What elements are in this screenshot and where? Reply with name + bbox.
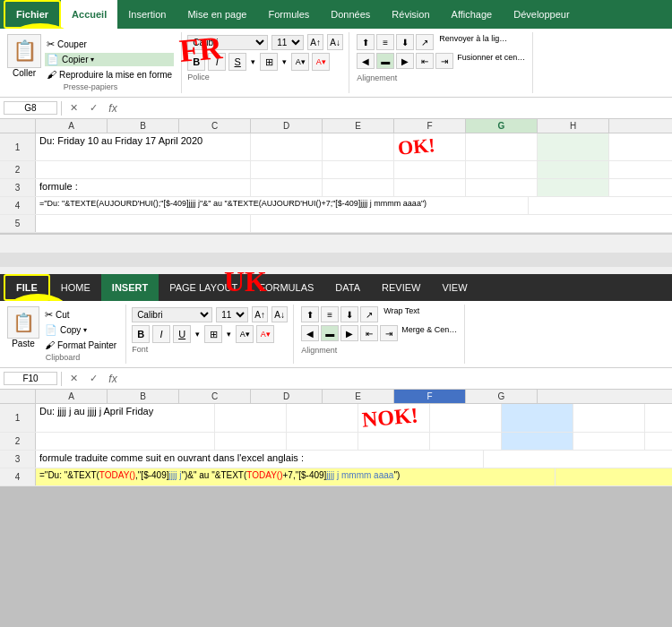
tab-home[interactable]: HOME — [50, 274, 101, 301]
col-d[interactable]: D — [251, 119, 323, 133]
font-size-select-en[interactable]: 11 — [216, 307, 248, 322]
cell-e1-en[interactable] — [430, 404, 502, 432]
tab-donnees[interactable]: Données — [320, 0, 381, 29]
paste-button[interactable]: 📋 Coller — [7, 34, 41, 78]
cell-a5[interactable] — [36, 215, 251, 232]
format-painter-btn-en[interactable]: 🖌 Format Painter — [43, 339, 118, 351]
align-left-en[interactable]: ◀ — [301, 325, 319, 341]
cell-a2-en[interactable] — [36, 433, 215, 450]
cell-reference-fr[interactable] — [4, 101, 57, 115]
indent-left-btn[interactable]: ⇤ — [416, 53, 434, 69]
col-b[interactable]: B — [108, 119, 179, 133]
align-bottom-btn[interactable]: ⬇ — [396, 34, 414, 50]
col-h[interactable]: H — [538, 119, 609, 133]
cell-c3[interactable] — [323, 179, 394, 196]
tab-revision[interactable]: Révision — [381, 0, 440, 29]
cell-b1-en[interactable] — [215, 404, 287, 432]
font-name-select-en[interactable]: Calibri — [132, 307, 212, 322]
cell-f2-en[interactable] — [502, 433, 573, 450]
cell-h2[interactable] — [609, 161, 672, 178]
cell-a4-formula[interactable]: ="Du: "&TEXTE(AUJOURD'HUI();"[$-409]jjjj… — [36, 197, 529, 214]
align-top-en[interactable]: ⬆ — [301, 306, 319, 322]
cell-h1[interactable] — [609, 133, 672, 160]
cell-e2-en[interactable] — [430, 433, 502, 450]
copy-button-en[interactable]: 📄 Copy ▾ — [43, 323, 118, 337]
tab-view[interactable]: VIEW — [431, 274, 478, 301]
cell-d1[interactable]: OK! — [394, 133, 466, 160]
font-increase-en[interactable]: A↑ — [252, 306, 268, 322]
tab-insert[interactable]: INSERT — [101, 274, 159, 301]
indent-right-en[interactable]: ⇥ — [380, 325, 398, 341]
col-e-en[interactable]: E — [323, 390, 394, 403]
tab-data[interactable]: DATA — [324, 274, 371, 301]
tab-mise-en-page[interactable]: Mise en page — [177, 0, 257, 29]
fx-icon-en[interactable]: fx — [105, 371, 121, 387]
cut-button[interactable]: ✂ Couper — [45, 38, 174, 51]
col-a[interactable]: A — [36, 119, 108, 133]
cell-d2-en[interactable] — [358, 433, 430, 450]
cell-g1[interactable] — [538, 133, 609, 160]
tab-developpeur[interactable]: Développeur — [503, 0, 580, 29]
cell-a1-en[interactable]: Du: jjjj j au jjjj j April Friday — [36, 404, 215, 432]
align-top-btn[interactable]: ⬆ — [357, 34, 375, 50]
tab-affichage[interactable]: Affichage — [441, 0, 504, 29]
col-b-en[interactable]: B — [108, 390, 179, 403]
confirm-icon-en[interactable]: ✓ — [85, 371, 101, 387]
indent-right-btn[interactable]: ⇥ — [435, 53, 453, 69]
cell-a3[interactable]: formule : — [36, 179, 251, 196]
font-increase-btn[interactable]: A↑ — [307, 34, 323, 50]
cell-d1-en[interactable]: NOK! — [358, 404, 430, 432]
cell-g3[interactable] — [538, 179, 609, 196]
tab-formules[interactable]: Formules — [257, 0, 320, 29]
col-f-en[interactable]: F — [394, 390, 466, 403]
underline-btn-en[interactable]: U — [173, 325, 191, 343]
formula-input-fr[interactable] — [125, 103, 668, 114]
cell-a2[interactable] — [36, 161, 251, 178]
cut-button-en[interactable]: ✂ Cut — [43, 308, 118, 322]
tab-file[interactable]: FILE — [4, 274, 50, 301]
col-c[interactable]: C — [179, 119, 251, 133]
underline-button[interactable]: S — [228, 53, 246, 71]
paste-button-en[interactable]: 📋 Paste — [7, 306, 39, 348]
italic-btn-en[interactable]: I — [152, 325, 170, 343]
fill-color-btn-en[interactable]: A▾ — [236, 325, 254, 343]
cell-a1[interactable]: Du: Friday 10 au Friday 17 April 2020 — [36, 133, 251, 160]
fx-icon[interactable]: fx — [105, 100, 121, 116]
tab-fichier[interactable]: Fichier — [4, 0, 61, 29]
cell-c2-en[interactable] — [287, 433, 358, 450]
align-right-en[interactable]: ▶ — [340, 325, 358, 341]
align-middle-btn[interactable]: ≡ — [376, 34, 394, 50]
tab-review[interactable]: REVIEW — [371, 274, 431, 301]
font-decrease-en[interactable]: A↓ — [271, 306, 288, 322]
align-mid-en[interactable]: ≡ — [321, 306, 339, 322]
font-size-select-fr[interactable]: 11 — [271, 35, 304, 50]
cell-e3[interactable] — [466, 179, 538, 196]
cell-g2-en[interactable] — [573, 433, 645, 450]
font-color-btn-en[interactable]: A▾ — [256, 325, 274, 343]
align-center-btn[interactable]: ▬ — [376, 53, 394, 69]
font-color-button[interactable]: A▾ — [312, 53, 330, 71]
col-c-en[interactable]: C — [179, 390, 251, 403]
cell-b2[interactable] — [251, 161, 323, 178]
cell-f1-en[interactable] — [502, 404, 573, 432]
copy-dropdown-icon-en[interactable]: ▾ — [83, 326, 87, 334]
align-bot-en[interactable]: ⬇ — [340, 306, 358, 322]
font-decrease-btn[interactable]: A↓ — [327, 34, 343, 50]
format-painter-button[interactable]: 🖌 Reproduire la mise en forme — [45, 68, 174, 81]
cell-e2[interactable] — [466, 161, 538, 178]
fill-color-button[interactable]: A▾ — [291, 53, 309, 71]
formula-input-en[interactable] — [125, 374, 668, 384]
col-e[interactable]: E — [323, 119, 394, 133]
indent-left-en[interactable]: ⇤ — [360, 325, 378, 341]
cell-e1[interactable] — [466, 133, 538, 160]
cell-b1[interactable] — [251, 133, 323, 160]
cell-a3-en[interactable]: formule traduite comme suit en ouvrant d… — [36, 451, 484, 468]
col-g[interactable]: G — [466, 119, 538, 133]
text-angle-btn[interactable]: ↗ — [416, 34, 434, 50]
cancel-icon-en[interactable]: ✕ — [65, 371, 82, 387]
cell-reference-en[interactable] — [4, 372, 57, 385]
tab-insertion[interactable]: Insertion — [117, 0, 177, 29]
bold-btn-en[interactable]: B — [132, 325, 150, 343]
cell-c2[interactable] — [323, 161, 394, 178]
col-f[interactable]: F — [394, 119, 466, 133]
